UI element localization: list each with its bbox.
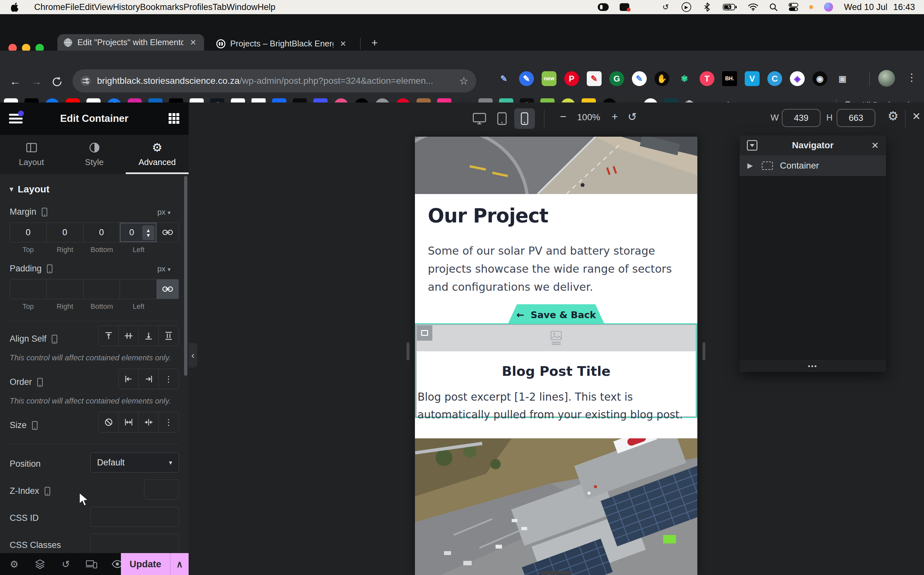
margin-link-values-button[interactable]: [157, 223, 179, 242]
siri-icon[interactable]: [824, 3, 833, 12]
url-text[interactable]: brightblack.storiesandscience.co.za/wp-a…: [97, 76, 433, 86]
update-options-chevron[interactable]: ∧: [170, 553, 189, 575]
new-tab-button[interactable]: +: [367, 35, 382, 50]
resize-handle-left[interactable]: [407, 342, 409, 361]
extension-icon[interactable]: ✎: [519, 71, 534, 86]
expand-caret-icon[interactable]: ▶: [747, 162, 753, 170]
menubar-menu-item[interactable]: View: [94, 2, 113, 12]
tab-elementor-editor[interactable]: Edit "Projects" with Elemento ✕: [57, 34, 204, 51]
order-last-button[interactable]: [138, 369, 159, 389]
selected-container[interactable]: Blog Post Title Blog post excerpt [1-2 l…: [415, 323, 697, 418]
widgets-grid-icon[interactable]: [168, 113, 180, 125]
extension-icon[interactable]: ◈: [790, 71, 805, 86]
align-center-button[interactable]: [119, 326, 138, 346]
extension-icon[interactable]: ◉: [813, 71, 827, 86]
preview-settings-gear-icon[interactable]: ⚙: [887, 109, 899, 123]
margin-top-input[interactable]: [10, 223, 47, 242]
responsive-phone-icon[interactable]: [41, 208, 48, 217]
panel-scrollbar[interactable]: [184, 176, 187, 376]
zoom-level[interactable]: 100%: [577, 112, 600, 122]
size-custom-button[interactable]: ⋮: [159, 412, 179, 432]
time-machine-icon[interactable]: ↺: [661, 2, 671, 12]
padding-left-input[interactable]: [120, 280, 157, 299]
device-tablet-icon[interactable]: [491, 108, 512, 129]
zoom-out-button[interactable]: −: [560, 110, 566, 123]
device-mobile-icon[interactable]: [514, 108, 535, 129]
omnibox[interactable]: brightblack.storiesandscience.co.za/wp-a…: [73, 69, 476, 92]
settings-gear-icon[interactable]: ⚙: [8, 558, 20, 570]
container-drag-handle[interactable]: [417, 325, 433, 341]
menubar-menu-item[interactable]: Bookmarks: [140, 2, 183, 12]
extension-icon[interactable]: P: [564, 71, 579, 86]
extension-icon[interactable]: ✋: [654, 71, 669, 86]
profile-avatar[interactable]: [878, 70, 895, 87]
menubar-menu-item[interactable]: Tab: [213, 2, 227, 12]
menubar-menu-item[interactable]: Chrome: [34, 2, 65, 12]
margin-unit-select[interactable]: px ▾: [157, 208, 170, 217]
resize-handle-right[interactable]: [703, 342, 705, 361]
layers-navigator-icon[interactable]: [34, 558, 46, 570]
size-full-button[interactable]: [119, 412, 138, 432]
canvas-bottom-scrollbar[interactable]: [540, 571, 572, 574]
order-custom-button[interactable]: ⋮: [159, 369, 179, 389]
extension-icon[interactable]: ✎: [632, 71, 647, 86]
responsive-phone-icon[interactable]: [47, 264, 52, 273]
browser-menu-icon[interactable]: ⋮: [907, 71, 917, 84]
tab-advanced[interactable]: ⚙ Advanced: [126, 135, 189, 174]
extension-icon[interactable]: T: [700, 71, 714, 86]
align-end-button[interactable]: [138, 326, 159, 346]
tab-close-icon[interactable]: ✕: [338, 39, 348, 48]
padding-right-input[interactable]: [47, 280, 84, 299]
order-first-button[interactable]: [119, 369, 138, 389]
padding-link-values-button[interactable]: [157, 280, 179, 299]
padding-bottom-input[interactable]: [84, 280, 120, 299]
apple-logo-icon[interactable]: [11, 2, 19, 12]
camera-icon[interactable]: [620, 3, 629, 11]
position-select[interactable]: Default ▾: [90, 453, 179, 472]
css-classes-input[interactable]: [90, 534, 179, 553]
tab-projects-site[interactable]: Projects – BrightBlack Energy ✕: [213, 37, 351, 51]
record-icon[interactable]: [598, 3, 609, 11]
back-button[interactable]: ←: [10, 75, 21, 88]
padding-unit-select[interactable]: px ▾: [157, 264, 170, 273]
device-desktop-icon[interactable]: [469, 108, 490, 129]
extension-icon[interactable]: G: [609, 71, 624, 86]
menubar-menu-item[interactable]: Window: [227, 2, 258, 12]
align-stretch-button[interactable]: [159, 326, 179, 346]
save-and-back-button[interactable]: ← Save & Back: [507, 304, 605, 326]
bluetooth-icon[interactable]: [702, 2, 712, 12]
battery-icon[interactable]: [723, 3, 737, 11]
site-settings-icon[interactable]: [80, 75, 91, 86]
play-circle-icon[interactable]: ▶: [682, 2, 691, 12]
tab-layout[interactable]: Layout: [0, 135, 63, 174]
extension-icon[interactable]: new: [542, 71, 557, 86]
size-none-button[interactable]: [99, 412, 119, 432]
menubar-menu-item[interactable]: Edit: [79, 2, 94, 12]
wifi-icon[interactable]: [748, 3, 758, 11]
update-button[interactable]: Update ∧: [121, 553, 189, 575]
zoom-in-button[interactable]: +: [612, 110, 618, 123]
bookmark-star-icon[interactable]: ☆: [459, 75, 468, 87]
tab-close-icon[interactable]: ✕: [188, 38, 198, 47]
spotlight-search-icon[interactable]: [769, 3, 778, 11]
ukraine-flag-icon[interactable]: [640, 4, 650, 10]
reload-button[interactable]: [51, 76, 63, 88]
margin-left-input[interactable]: ▲▼: [120, 223, 157, 242]
section-layout[interactable]: ▾Layout: [10, 184, 49, 195]
menubar-clock[interactable]: Wed 10 Jul16:43: [844, 2, 915, 12]
responsive-phone-icon[interactable]: [52, 335, 57, 343]
zoom-reset-button[interactable]: ↺: [628, 110, 637, 123]
navigator-item-container[interactable]: ▶ Container: [740, 156, 886, 176]
size-fit-button[interactable]: [138, 412, 159, 432]
panel-collapse-button[interactable]: ‹: [189, 343, 197, 367]
extension-icon[interactable]: ✎: [496, 71, 511, 86]
z-index-input[interactable]: [144, 480, 179, 500]
history-icon[interactable]: ↺: [60, 558, 72, 570]
margin-bottom-input[interactable]: [84, 223, 120, 242]
responsive-phone-icon[interactable]: [37, 378, 43, 387]
menubar-menu-item[interactable]: Help: [258, 2, 276, 12]
navigator-close-icon[interactable]: ✕: [872, 140, 879, 151]
extension-icon[interactable]: BH.: [722, 71, 737, 86]
extension-icon[interactable]: ▣: [835, 71, 850, 86]
extension-icon[interactable]: ✎: [587, 71, 601, 86]
